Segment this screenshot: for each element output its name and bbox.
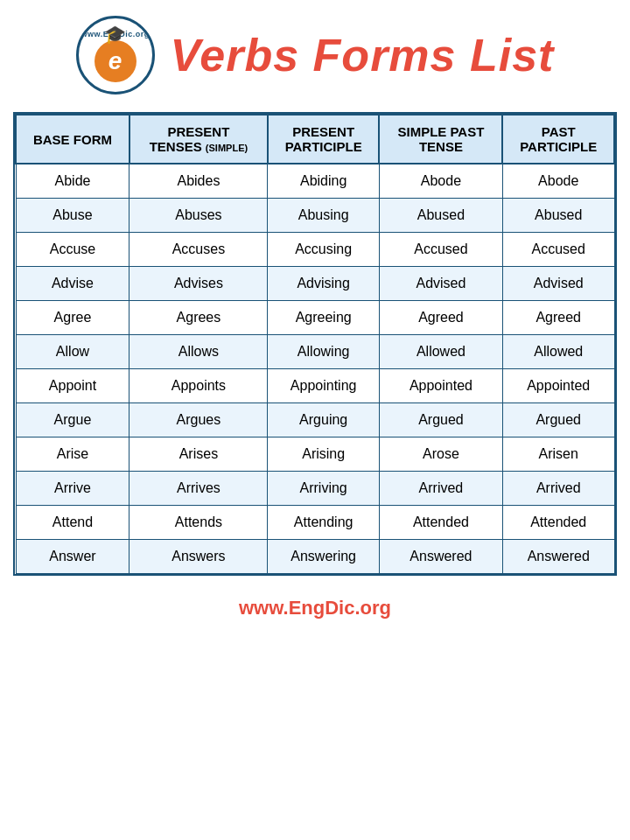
page-title: Verbs Forms List [171,29,555,81]
table-cell-10-2: Attending [268,506,380,540]
table-row: AccuseAccusesAccusingAccusedAccused [16,233,614,267]
table-cell-5-1: Allows [130,335,268,369]
column-header-4: PASTPARTICIPLE [502,115,614,164]
graduation-hat-icon: 🎓 [104,24,126,45]
table-cell-1-4: Abused [502,199,614,233]
table-cell-3-2: Advising [268,267,380,301]
table-cell-8-1: Arises [130,438,268,472]
table-cell-9-4: Arrived [502,472,614,506]
table-cell-9-3: Arrived [379,472,502,506]
table-cell-11-2: Answering [268,540,380,574]
table-row: AbideAbidesAbidingAbodeAbode [16,164,614,199]
table-row: AdviseAdvisesAdvisingAdvisedAdvised [16,267,614,301]
header-row: BASE FORMPRESENTTENSES (SIMPLE)PRESENTPA… [16,115,614,164]
table-cell-6-0: Appoint [16,369,130,403]
table-cell-8-3: Arose [379,438,502,472]
table-cell-5-0: Allow [16,335,130,369]
footer-text: www.EngDic.org [239,597,391,620]
table-cell-10-3: Attended [379,506,502,540]
table-cell-8-4: Arisen [502,438,614,472]
table-cell-7-1: Argues [130,403,268,438]
table-cell-10-1: Attends [130,506,268,540]
table-cell-7-3: Argued [379,403,502,438]
table-row: AriseArisesArisingAroseArisen [16,438,614,472]
table-cell-6-2: Appointing [268,369,380,403]
verbs-table-wrapper: BASE FORMPRESENTTENSES (SIMPLE)PRESENTPA… [13,112,617,576]
table-body: AbideAbidesAbidingAbodeAbodeAbuseAbusesA… [16,164,614,574]
table-cell-1-2: Abusing [268,199,380,233]
table-cell-9-0: Arrive [16,472,130,506]
table-cell-11-0: Answer [16,540,130,574]
table-cell-3-0: Advise [16,267,130,301]
table-header: BASE FORMPRESENTTENSES (SIMPLE)PRESENTPA… [16,115,614,164]
table-cell-2-4: Accused [502,233,614,267]
table-cell-6-3: Appointed [379,369,502,403]
table-cell-0-1: Abides [130,164,268,199]
table-cell-3-4: Advised [502,267,614,301]
table-cell-0-2: Abiding [268,164,380,199]
table-cell-10-0: Attend [16,506,130,540]
table-row: ArgueArguesArguingArguedArgued [16,403,614,438]
table-cell-8-2: Arising [268,438,380,472]
table-cell-6-1: Appoints [130,369,268,403]
table-row: AbuseAbusesAbusingAbusedAbused [16,199,614,233]
table-cell-9-1: Arrives [130,472,268,506]
table-cell-4-1: Agrees [130,301,268,335]
table-cell-9-2: Arriving [268,472,380,506]
table-cell-3-3: Advised [379,267,502,301]
logo-letter: e [108,47,122,75]
column-header-2: PRESENTPARTICIPLE [268,115,380,164]
table-cell-0-4: Abode [502,164,614,199]
page-header: 🎓 www.EngDic.org e Verbs Forms List [0,0,630,103]
logo: 🎓 www.EngDic.org e [76,16,155,94]
table-cell-10-4: Attended [502,506,614,540]
column-header-1: PRESENTTENSES (SIMPLE) [130,115,268,164]
table-cell-4-4: Agreed [502,301,614,335]
table-cell-2-1: Accuses [130,233,268,267]
table-cell-4-3: Agreed [379,301,502,335]
table-cell-0-3: Abode [379,164,502,199]
column-header-3: SIMPLE PASTTENSE [379,115,502,164]
table-row: AnswerAnswersAnsweringAnsweredAnswered [16,540,614,574]
table-cell-0-0: Abide [16,164,130,199]
table-row: AgreeAgreesAgreeingAgreedAgreed [16,301,614,335]
verbs-table: BASE FORMPRESENTTENSES (SIMPLE)PRESENTPA… [15,114,615,574]
table-cell-4-0: Agree [16,301,130,335]
column-header-0: BASE FORM [16,115,130,164]
table-cell-7-2: Arguing [268,403,380,438]
table-cell-11-4: Answered [502,540,614,574]
table-cell-2-3: Accused [379,233,502,267]
table-row: AttendAttendsAttendingAttendedAttended [16,506,614,540]
logo-e-circle: e [94,40,136,82]
table-cell-5-4: Allowed [502,335,614,369]
table-cell-2-0: Accuse [16,233,130,267]
table-cell-7-0: Argue [16,403,130,438]
table-cell-1-3: Abused [379,199,502,233]
table-row: ArriveArrivesArrivingArrivedArrived [16,472,614,506]
table-cell-7-4: Argued [502,403,614,438]
table-row: AppointAppointsAppointingAppointedAppoin… [16,369,614,403]
table-cell-8-0: Arise [16,438,130,472]
table-cell-6-4: Appointed [502,369,614,403]
table-cell-1-1: Abuses [130,199,268,233]
table-cell-1-0: Abuse [16,199,130,233]
table-cell-5-2: Allowing [268,335,380,369]
table-cell-11-1: Answers [130,540,268,574]
table-cell-11-3: Answered [379,540,502,574]
table-cell-3-1: Advises [130,267,268,301]
table-cell-5-3: Allowed [379,335,502,369]
table-row: AllowAllowsAllowingAllowedAllowed [16,335,614,369]
table-cell-2-2: Accusing [268,233,380,267]
table-cell-4-2: Agreeing [268,301,380,335]
